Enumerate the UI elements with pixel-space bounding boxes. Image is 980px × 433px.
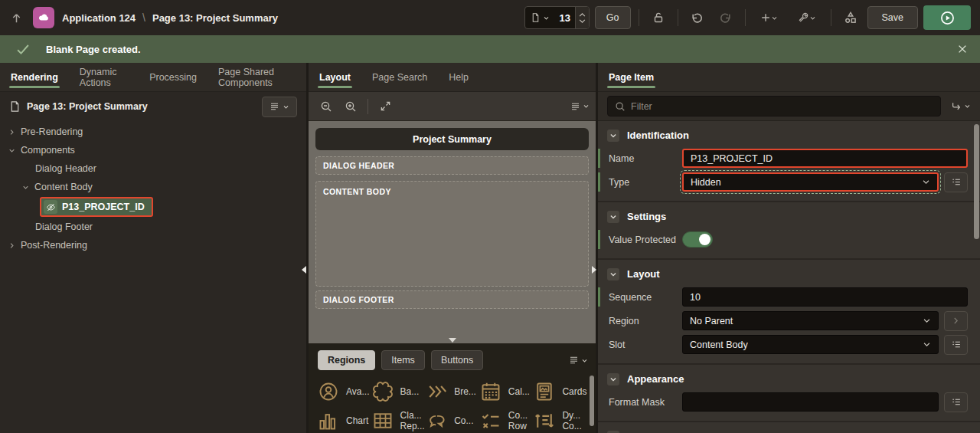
filter-input-box (607, 96, 941, 116)
section-appearance: Appearance Format Mask (598, 365, 980, 422)
gallery-item-label: Dy... (562, 410, 581, 421)
collapse-icon[interactable] (607, 431, 619, 433)
layout-canvas: Project Summary DIALOG HEADER CONTENT BO… (309, 121, 596, 343)
tree-node-post-rendering[interactable]: Post-Rendering (0, 236, 306, 254)
gallery-item-calendar[interactable]: Cal... (480, 379, 534, 405)
gallery-item-cards[interactable]: Cards (534, 379, 588, 405)
region-dialog-footer[interactable]: DIALOG FOOTER (315, 290, 589, 309)
region-dialog-header[interactable]: DIALOG HEADER (315, 156, 589, 175)
name-input[interactable] (682, 149, 968, 168)
page-number-stepper[interactable] (575, 7, 589, 28)
chevron-right-icon[interactable] (8, 129, 15, 136)
canvas-resize-handle[interactable] (449, 338, 456, 343)
region-content-body[interactable]: CONTENT BODY (315, 181, 589, 287)
field-slot: Slot Content Body (598, 334, 968, 355)
chevron-down-icon[interactable] (21, 184, 29, 191)
chevron-right-icon[interactable] (8, 242, 15, 249)
panel-scrollbar-thumb[interactable] (974, 124, 979, 239)
banner-close-icon[interactable] (957, 44, 968, 54)
collapse-right-handle[interactable] (592, 266, 596, 274)
selected-item-label: P13_PROJECT_ID (62, 202, 145, 212)
breadcrumb-page: Page 13: Project Summary (152, 12, 278, 24)
run-page-button[interactable] (923, 5, 971, 30)
save-button[interactable]: Save (867, 6, 919, 29)
filter-input[interactable] (631, 101, 933, 112)
breadcrumb-app[interactable]: Application 124 (62, 12, 136, 24)
page-finder-icon[interactable] (525, 7, 555, 28)
gallery-item-breadcrumb[interactable]: Bre... (426, 379, 480, 405)
tree-node-dialog-footer[interactable]: Dialog Footer (0, 218, 306, 236)
chevron-down-icon[interactable] (8, 147, 15, 154)
chevron-down-icon (923, 340, 931, 349)
zoom-out-icon[interactable] (315, 96, 338, 117)
go-up-icon[interactable] (11, 12, 22, 24)
gallery-item-comments[interactable]: Co... (426, 408, 480, 433)
tab-processing[interactable]: Processing (139, 63, 207, 91)
layout-menu-button[interactable] (570, 102, 590, 111)
collapse-icon[interactable] (607, 268, 619, 280)
format-mask-input[interactable] (682, 392, 939, 412)
value-protected-toggle[interactable] (682, 231, 713, 248)
collapse-icon[interactable] (607, 211, 619, 223)
utilities-menu-button[interactable] (791, 6, 823, 29)
sequence-input[interactable] (682, 287, 968, 307)
goto-group-button[interactable] (950, 101, 971, 112)
section-title: Settings (627, 211, 666, 222)
tree-node-pre-rendering[interactable]: Pre-Rendering (0, 123, 306, 141)
slot-quickpick-button[interactable] (944, 335, 968, 355)
region-select[interactable]: No Parent (682, 311, 939, 330)
format-mask-quickpick-button[interactable] (944, 392, 968, 412)
selected-page-item-node[interactable]: P13_PROJECT_ID (40, 197, 153, 217)
tab-rendering[interactable]: Rendering (0, 63, 69, 91)
region-goto-button[interactable] (944, 311, 968, 331)
section-advanced: Advanced Warn on Unsaved (598, 422, 980, 433)
tree-node-dialog-header[interactable]: Dialog Header (0, 159, 306, 178)
gallery-scrollbar-thumb[interactable] (590, 376, 594, 426)
go-button[interactable]: Go (595, 6, 631, 29)
gallery-item-dynamic-content[interactable]: Dy...Co... (534, 408, 588, 433)
tree-menu-button[interactable] (262, 97, 297, 117)
gallery-tab-buttons[interactable]: Buttons (431, 350, 483, 370)
section-title: Appearance (627, 373, 684, 385)
zoom-in-icon[interactable] (339, 96, 362, 117)
field-label: Type (609, 177, 682, 188)
tree-node-label: Content Body (34, 182, 93, 192)
gallery-tab-items[interactable]: Items (381, 350, 425, 370)
tab-dynamic-actions[interactable]: Dynamic Actions (69, 63, 139, 91)
dialog-title-bar[interactable]: Project Summary (315, 128, 589, 150)
type-quickpick-button[interactable] (944, 172, 968, 192)
tab-page-item[interactable]: Page Item (598, 63, 665, 91)
gallery-tab-regions[interactable]: Regions (318, 350, 375, 370)
tree-root-title[interactable]: Page 13: Project Summary (27, 101, 148, 112)
gallery-menu-button[interactable] (569, 356, 588, 365)
tab-help[interactable]: Help (438, 63, 479, 91)
gallery-item-classic-report[interactable]: Cla...Rep... (372, 408, 426, 433)
shared-components-icon[interactable] (839, 6, 862, 29)
slot-select[interactable]: Content Body (682, 335, 939, 354)
toolbar-divider (831, 9, 831, 26)
tab-page-search[interactable]: Page Search (361, 63, 438, 91)
type-select-value: Hidden (691, 177, 721, 188)
redo-icon[interactable] (714, 6, 737, 29)
page-number-input[interactable] (555, 7, 575, 28)
tree-node-components[interactable]: Components (0, 141, 306, 159)
undo-icon[interactable] (686, 6, 709, 29)
collapse-icon[interactable] (607, 373, 619, 385)
breadcrumb-separator: \ (136, 11, 152, 24)
toolbar-actions: Go Save (524, 5, 971, 30)
gallery-item-badge[interactable]: Ba... (372, 379, 426, 405)
tab-page-shared-components[interactable]: Page Shared Components (207, 63, 306, 91)
type-select[interactable]: Hidden (682, 172, 939, 192)
lock-icon[interactable] (647, 6, 670, 29)
breadcrumb-region-icon (426, 381, 447, 402)
gallery-item-avatar[interactable]: Ava... (318, 379, 372, 405)
chevron-down-icon (922, 178, 930, 186)
collapse-left-handle[interactable] (302, 266, 306, 274)
gallery-item-chart[interactable]: Chart (318, 408, 372, 433)
collapse-icon[interactable] (607, 130, 619, 142)
create-menu-button[interactable] (753, 6, 786, 29)
gallery-item-content-row[interactable]: Co...Row (480, 408, 534, 433)
tree-node-content-body[interactable]: Content Body (0, 178, 306, 196)
tab-layout[interactable]: Layout (309, 63, 361, 91)
expand-icon[interactable] (374, 96, 397, 117)
